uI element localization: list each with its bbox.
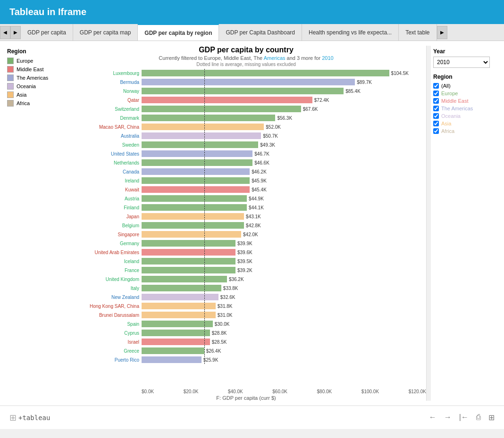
bar-row[interactable]: Spain $30.0K <box>66 320 426 328</box>
bar-row[interactable]: Bermuda $89.7K <box>66 78 426 86</box>
nav-start-icon[interactable]: |← <box>459 413 469 422</box>
bar-row[interactable]: United Kingdom $36.2K <box>66 275 426 283</box>
avg-line <box>204 96 205 104</box>
tab-gdp-per-capita[interactable]: GDP per capita <box>21 24 73 41</box>
nav-forward-icon[interactable]: → <box>444 413 452 422</box>
bar-fill <box>142 347 204 354</box>
bar-value: $67.6K <box>303 107 318 112</box>
bar-container: $104.5K <box>142 69 426 77</box>
bar-row[interactable]: Luxembourg $104.5K <box>66 69 426 77</box>
bar-country-label: Switzerland <box>66 107 142 112</box>
bar-row[interactable]: Puerto Rico $25.9K <box>66 355 426 364</box>
bar-fill <box>142 88 344 94</box>
scrollbar[interactable] <box>426 46 431 401</box>
chart-body[interactable]: Luxembourg $104.5K Bermuda $89.7K Norway… <box>66 69 426 387</box>
bar-row[interactable]: Kuwait $45.4K <box>66 185 426 194</box>
legend-item: Oceania <box>7 83 64 90</box>
bar-row[interactable]: New Zealand $32.6K <box>66 293 426 301</box>
region-checkbox[interactable] <box>433 98 439 104</box>
bar-container: $44.9K <box>142 194 426 203</box>
bar-row[interactable]: Denmark $56.3K <box>66 114 426 122</box>
tab-nav-next[interactable]: ▶ <box>437 26 447 39</box>
region-checkbox[interactable] <box>433 128 439 134</box>
bar-value: $46.6K <box>254 160 269 165</box>
bar-row[interactable]: United States $46.7K <box>66 149 426 158</box>
bar-value: $52.0K <box>266 124 281 130</box>
tab-gdp-by-region[interactable]: GDP per capita by region <box>138 24 219 41</box>
bar-row[interactable]: Cyprus $28.8K <box>66 329 426 337</box>
chart-subtitle: Currently filtered to Europe, Middle Eas… <box>66 55 426 61</box>
bar-value: $31.8K <box>218 304 233 309</box>
bar-row[interactable]: Ireland $45.9K <box>66 176 426 185</box>
bar-row[interactable]: Switzerland $67.6K <box>66 105 426 113</box>
bar-row[interactable]: Austria $44.9K <box>66 194 426 203</box>
tab-gdp-dashboard[interactable]: GDP per Capita Dashboard <box>219 24 302 41</box>
bar-value: $42.0K <box>243 232 258 237</box>
bar-row[interactable]: Hong Kong SAR, China $31.8K <box>66 302 426 310</box>
bar-country-label: Austria <box>66 196 142 201</box>
bar-row[interactable]: Macao SAR, China $52.0K <box>66 123 426 131</box>
tab-health[interactable]: Health spending vs life expecta... <box>302 24 399 41</box>
tab-nav-prev[interactable]: ◀ <box>0 26 10 39</box>
bar-row[interactable]: Iceland $39.5K <box>66 257 426 265</box>
bar-row[interactable]: Singapore $42.0K <box>66 230 426 239</box>
year-select[interactable]: 20102009200820072006 <box>433 57 490 68</box>
bar-row[interactable]: Norway $85.4K <box>66 87 426 95</box>
avg-line <box>204 194 205 203</box>
bar-value: $45.4K <box>252 187 267 192</box>
bar-fill <box>142 294 218 300</box>
bar-container: $33.8K <box>142 284 426 292</box>
bar-row[interactable]: Germany $39.9K <box>66 239 426 248</box>
bar-row[interactable]: Finland $44.1K <box>66 203 426 212</box>
bar-row[interactable]: United Arab Emirates $39.6K <box>66 248 426 256</box>
bar-row[interactable]: Greece $26.4K <box>66 347 426 355</box>
avg-line <box>204 248 205 256</box>
bar-row[interactable]: Sweden $49.3K <box>66 140 426 149</box>
logo-text: +tableau <box>18 414 50 421</box>
bar-value: $44.9K <box>249 196 264 201</box>
bar-container: $56.3K <box>142 114 426 122</box>
tab-nav-prev2[interactable]: ▶ <box>10 26 21 39</box>
embed-icon[interactable]: ⊞ <box>488 413 495 422</box>
legend-item: Africa <box>7 100 64 107</box>
bar-fill <box>142 249 235 256</box>
left-legend: Region EuropeMiddle EastThe AmericasOcea… <box>5 46 66 401</box>
region-filter-label: Asia <box>441 121 451 126</box>
region-checkbox[interactable] <box>433 91 439 96</box>
region-checkbox[interactable] <box>433 121 439 126</box>
bar-row[interactable]: Brunei Darussalam $31.0K <box>66 311 426 319</box>
bar-fill <box>142 231 241 238</box>
legend-item-label: The Americas <box>17 75 48 81</box>
legend-item-label: Europe <box>17 58 33 64</box>
bar-container: $46.2K <box>142 167 426 176</box>
year-label: Year <box>433 48 497 55</box>
tab-gdp-map[interactable]: GDP per capita map <box>73 24 138 41</box>
region-filter-items: (All) Europe Middle East The Americas Oc… <box>433 83 497 134</box>
region-checkbox[interactable] <box>433 113 439 119</box>
bar-row[interactable]: Australia $50.7K <box>66 132 426 140</box>
bar-row[interactable]: Japan $43.1K <box>66 212 426 221</box>
bar-value: $39.9K <box>237 241 252 246</box>
bar-row[interactable]: Netherlands $46.6K <box>66 158 426 167</box>
region-checkbox[interactable] <box>433 106 439 111</box>
region-checkbox[interactable] <box>433 83 439 89</box>
share-icon[interactable]: ⎙ <box>476 413 481 422</box>
bar-fill <box>142 258 235 264</box>
app-title: Tableau in Iframe <box>9 7 86 17</box>
bar-value: $39.6K <box>237 250 252 255</box>
bar-row[interactable]: Belgium $42.8K <box>66 221 426 230</box>
bar-row[interactable]: Qatar $72.4K <box>66 96 426 104</box>
bar-fill <box>142 150 252 157</box>
nav-back-icon[interactable]: ← <box>429 413 437 422</box>
bar-row[interactable]: Israel $28.5K <box>66 338 426 346</box>
bar-fill <box>142 177 250 184</box>
bar-row[interactable]: Canada $46.2K <box>66 167 426 176</box>
bar-fill <box>142 106 301 112</box>
tab-text-table[interactable]: Text table <box>399 24 437 41</box>
legend-item: Europe <box>7 58 64 64</box>
bar-value: $46.7K <box>254 151 269 157</box>
avg-line <box>204 123 205 131</box>
bar-row[interactable]: Italy $33.8K <box>66 284 426 292</box>
bar-country-label: Spain <box>66 322 142 327</box>
bar-row[interactable]: France $39.2K <box>66 266 426 274</box>
